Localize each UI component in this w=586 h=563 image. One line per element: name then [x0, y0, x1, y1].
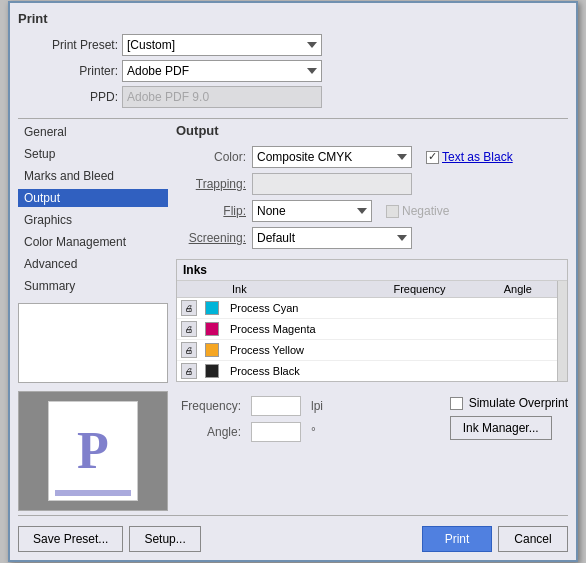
nav-setup[interactable]: Setup: [18, 145, 168, 163]
angle-row: Angle: °: [176, 422, 323, 442]
col-freq-header: Frequency: [387, 281, 497, 298]
flip-row: Flip: None Negative: [176, 200, 568, 222]
printer-row: Printer: Adobe PDF: [38, 60, 568, 82]
nav-output[interactable]: Output: [18, 189, 168, 207]
frequency-unit: lpi: [311, 399, 323, 413]
print-preset-select[interactable]: [Custom]: [122, 34, 322, 56]
flip-select[interactable]: None: [252, 200, 372, 222]
ppd-row: PPD: Adobe PDF 9.0: [38, 86, 568, 108]
dialog-title: Print: [18, 11, 568, 26]
ink-color-icon: [201, 319, 226, 340]
ink-frequency: [387, 361, 497, 382]
trapping-select: [252, 173, 412, 195]
right-panel: Output Color: Composite CMYK Text as Bla…: [176, 123, 568, 511]
negative-wrapper: Negative: [386, 204, 449, 218]
main-area: General Setup Marks and Bleed Output Gra…: [18, 123, 568, 511]
right-buttons: Print Cancel: [422, 526, 568, 552]
col-ink-header: Ink: [226, 281, 387, 298]
ink-frequency: [387, 319, 497, 340]
output-fields: Color: Composite CMYK Text as Black Trap…: [176, 146, 568, 249]
angle-input[interactable]: [251, 422, 301, 442]
frequency-row: Frequency: lpi: [176, 396, 323, 416]
nav-general[interactable]: General: [18, 123, 168, 141]
ink-print-icon: 🖨: [177, 340, 201, 361]
ink-frequency: [387, 298, 497, 319]
freq-angle-block: Frequency: lpi Angle: °: [176, 390, 323, 448]
inks-table: Ink Frequency Angle 🖨 Process Cyan 🖨: [177, 281, 567, 381]
trapping-label: Trapping:: [176, 177, 246, 191]
nav-marks-bleed[interactable]: Marks and Bleed: [18, 167, 168, 185]
nav-graphics[interactable]: Graphics: [18, 211, 168, 229]
bottom-controls: Frequency: lpi Angle: ° Simulate Overpri…: [176, 390, 568, 448]
ink-row[interactable]: 🖨 Process Cyan: [177, 298, 567, 319]
ppd-label: PPD:: [38, 90, 118, 104]
inks-title: Inks: [177, 260, 567, 281]
ink-row[interactable]: 🖨 Process Magenta: [177, 319, 567, 340]
screening-label: Screening:: [176, 231, 246, 245]
scrollbar[interactable]: [557, 281, 567, 381]
nav-summary[interactable]: Summary: [18, 277, 168, 295]
left-buttons: Save Preset... Setup...: [18, 526, 201, 552]
flip-label: Flip:: [176, 204, 246, 218]
inks-table-wrapper[interactable]: Ink Frequency Angle 🖨 Process Cyan 🖨: [177, 281, 567, 381]
output-section-title: Output: [176, 123, 568, 138]
negative-label: Negative: [402, 204, 449, 218]
frequency-input[interactable]: [251, 396, 301, 416]
color-label: Color:: [176, 150, 246, 164]
color-select[interactable]: Composite CMYK: [252, 146, 412, 168]
preview-bar: [55, 490, 131, 496]
col-color-icon: [201, 281, 226, 298]
preview-top: [18, 303, 168, 383]
simulate-overprint-label: Simulate Overprint: [469, 396, 568, 410]
ink-manager-button[interactable]: Ink Manager...: [450, 416, 552, 440]
ink-row[interactable]: 🖨 Process Black: [177, 361, 567, 382]
text-as-black-link[interactable]: Text as Black: [442, 150, 513, 164]
ink-print-icon: 🖨: [177, 298, 201, 319]
bottom-buttons: Save Preset... Setup... Print Cancel: [18, 526, 568, 552]
angle-label: Angle:: [176, 425, 241, 439]
frequency-label: Frequency:: [176, 399, 241, 413]
preview-bottom: P: [18, 391, 168, 511]
simulate-row: Simulate Overprint: [450, 396, 568, 410]
nav-advanced[interactable]: Advanced: [18, 255, 168, 273]
text-as-black-wrapper: Text as Black: [426, 150, 513, 164]
ink-row[interactable]: 🖨 Process Yellow: [177, 340, 567, 361]
simulate-overprint-checkbox[interactable]: [450, 397, 463, 410]
angle-unit: °: [311, 425, 316, 439]
ink-print-icon: 🖨: [177, 319, 201, 340]
nav-color-management[interactable]: Color Management: [18, 233, 168, 251]
preview-letter: P: [77, 425, 109, 477]
print-preset-row: Print Preset: [Custom]: [38, 34, 568, 56]
col-print-icon: [177, 281, 201, 298]
ppd-select: Adobe PDF 9.0: [122, 86, 322, 108]
ink-color-icon: [201, 340, 226, 361]
printer-label: Printer:: [38, 64, 118, 78]
ink-name: Process Yellow: [226, 340, 387, 361]
text-as-black-checkbox[interactable]: [426, 151, 439, 164]
ink-name: Process Cyan: [226, 298, 387, 319]
setup-button[interactable]: Setup...: [129, 526, 200, 552]
cancel-button[interactable]: Cancel: [498, 526, 568, 552]
simulate-ink-block: Simulate Overprint Ink Manager...: [450, 390, 568, 440]
print-dialog: Print Print Preset: [Custom] Printer: Ad…: [8, 1, 578, 562]
trapping-row: Trapping:: [176, 173, 568, 195]
ink-name: Process Black: [226, 361, 387, 382]
left-panel: General Setup Marks and Bleed Output Gra…: [18, 123, 168, 511]
ink-frequency: [387, 340, 497, 361]
print-preset-label: Print Preset:: [38, 38, 118, 52]
screening-row: Screening: Default: [176, 227, 568, 249]
top-fields: Print Preset: [Custom] Printer: Adobe PD…: [38, 34, 568, 108]
inks-section: Inks Ink Frequency Angle: [176, 259, 568, 382]
save-preset-button[interactable]: Save Preset...: [18, 526, 123, 552]
color-row: Color: Composite CMYK Text as Black: [176, 146, 568, 168]
negative-checkbox: [386, 205, 399, 218]
screening-select[interactable]: Default: [252, 227, 412, 249]
printer-select[interactable]: Adobe PDF: [122, 60, 322, 82]
preview-inner: P: [48, 401, 138, 501]
print-button[interactable]: Print: [422, 526, 492, 552]
ink-print-icon: 🖨: [177, 361, 201, 382]
ink-name: Process Magenta: [226, 319, 387, 340]
ink-color-icon: [201, 298, 226, 319]
ink-color-icon: [201, 361, 226, 382]
